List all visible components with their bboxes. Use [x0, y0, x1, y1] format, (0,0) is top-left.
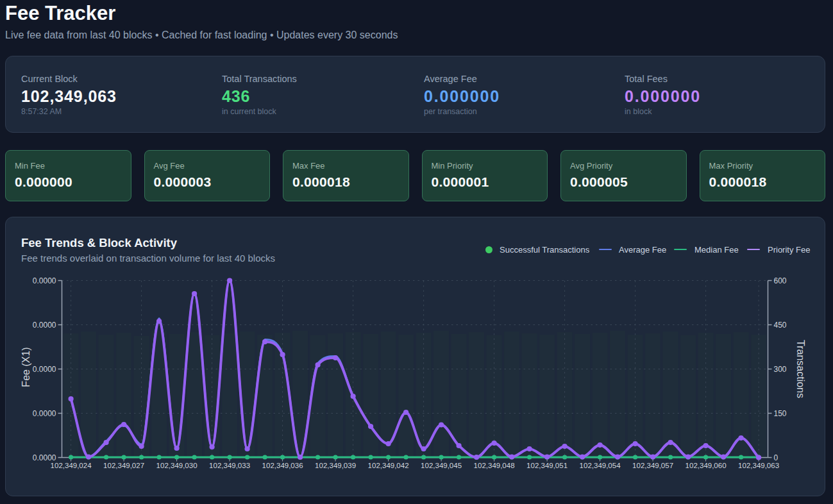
svg-text:102,349,039: 102,349,039 [315, 462, 356, 469]
svg-text:102,349,027: 102,349,027 [103, 462, 144, 469]
svg-text:102,349,033: 102,349,033 [209, 462, 250, 469]
svg-text:0: 0 [774, 453, 778, 462]
svg-text:450: 450 [774, 321, 787, 330]
svg-text:300: 300 [774, 365, 787, 374]
svg-text:102,349,063: 102,349,063 [738, 462, 779, 469]
svg-text:102,349,045: 102,349,045 [421, 462, 462, 469]
svg-text:102,349,057: 102,349,057 [632, 462, 673, 469]
svg-text:150: 150 [774, 409, 787, 418]
svg-text:0.0000: 0.0000 [33, 365, 56, 374]
svg-text:102,349,036: 102,349,036 [262, 462, 303, 469]
svg-text:0.0000: 0.0000 [33, 276, 56, 285]
svg-text:102,349,060: 102,349,060 [686, 462, 727, 469]
svg-text:102,349,024: 102,349,024 [51, 462, 92, 469]
svg-text:102,349,030: 102,349,030 [156, 462, 198, 469]
svg-text:Transactions: Transactions [795, 340, 806, 398]
svg-text:102,349,048: 102,349,048 [474, 462, 515, 469]
svg-text:0.0000: 0.0000 [33, 321, 56, 330]
svg-text:Fee (X1): Fee (X1) [21, 347, 31, 387]
svg-text:102,349,042: 102,349,042 [368, 462, 409, 469]
svg-text:0.0000: 0.0000 [33, 409, 56, 418]
svg-text:102,349,054: 102,349,054 [580, 462, 621, 469]
svg-text:102,349,051: 102,349,051 [526, 462, 568, 469]
svg-text:600: 600 [774, 276, 787, 285]
svg-text:0.0000: 0.0000 [33, 453, 56, 462]
